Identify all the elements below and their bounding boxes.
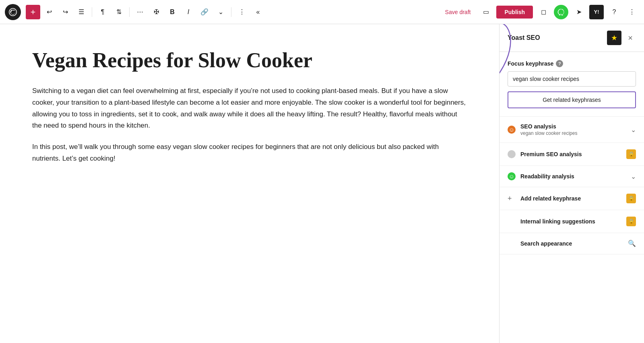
search-appearance-search-icon: 🔍: [628, 240, 636, 248]
internal-linking-text: Internal linking suggestions: [520, 218, 626, 225]
bold-button[interactable]: B: [165, 5, 180, 19]
search-appearance-text: Search appearance: [520, 240, 628, 247]
post-content[interactable]: Switching to a vegan diet can feel overw…: [32, 85, 467, 165]
paragraph-1: Switching to a vegan diet can feel overw…: [32, 85, 467, 132]
separator-2: [129, 7, 130, 17]
yoast-button[interactable]: Y!: [589, 5, 604, 19]
toolbar-right: Save draft ▭ Publish ◻ ➤ Y! ? ⋮: [440, 5, 639, 19]
annotation-container: Get related keyphrases: [508, 91, 636, 108]
search-appearance-row[interactable]: Search appearance 🔍: [500, 233, 644, 254]
main-layout: Vegan Recipes for Slow Cooker Switching …: [0, 24, 644, 343]
close-sidebar-button[interactable]: ×: [625, 32, 636, 43]
readability-label: Readability analysis: [520, 173, 631, 180]
sidebar-header-icons: ★ ×: [607, 31, 636, 45]
keyphrase-input[interactable]: [508, 71, 636, 87]
internal-linking-row[interactable]: Internal linking suggestions 🔒: [500, 210, 644, 233]
publish-button[interactable]: Publish: [496, 6, 533, 19]
premium-seo-row[interactable]: Premium SEO analysis 🔒: [500, 143, 644, 165]
premium-seo-section: Premium SEO analysis 🔒: [500, 143, 644, 166]
wp-logo[interactable]: [5, 4, 21, 20]
focus-keyphrase-section: Focus keyphrase ? Get related keyphrases: [500, 52, 644, 117]
add-keyphrase-lock-icon: 🔒: [626, 194, 636, 203]
sidebar-header: Yoast SEO ★ ×: [500, 24, 644, 52]
separator-1: [92, 7, 92, 17]
internal-linking-label: Internal linking suggestions: [520, 218, 626, 225]
share-button[interactable]: ➤: [572, 5, 586, 19]
more-rich-text-button[interactable]: ⌄: [213, 5, 228, 19]
seo-analysis-section: ☺ SEO analysis vegan slow cooker recipes…: [500, 117, 644, 143]
star-button[interactable]: ★: [607, 31, 621, 45]
add-keyphrase-section: + Add related keyphrase 🔒: [500, 187, 644, 210]
premium-seo-label: Premium SEO analysis: [520, 151, 626, 157]
seo-analysis-row[interactable]: ☺ SEO analysis vegan slow cooker recipes…: [500, 117, 644, 143]
readability-indicator: ☺: [508, 172, 516, 180]
readability-section: ☺ Readability analysis ⌄: [500, 166, 644, 187]
plus-icon: +: [508, 194, 516, 202]
paragraph-2: In this post, we’ll walk you through som…: [32, 141, 467, 165]
yoast-sidebar: Yoast SEO ★ × Focus keyphrase ?: [499, 24, 644, 343]
premium-seo-indicator: [508, 150, 516, 158]
add-block-button[interactable]: [26, 5, 40, 19]
align-button[interactable]: ⋯: [133, 5, 147, 19]
seo-analysis-text: SEO analysis vegan slow cooker recipes: [520, 123, 631, 136]
editor-area[interactable]: Vegan Recipes for Slow Cooker Switching …: [0, 24, 499, 343]
list-view-button[interactable]: ☰: [74, 5, 89, 19]
focus-keyphrase-label: Focus keyphrase ?: [508, 60, 636, 67]
get-related-keyphrases-button[interactable]: Get related keyphrases: [508, 91, 636, 108]
move-up-down-button[interactable]: ⇅: [111, 5, 126, 19]
link-button[interactable]: 🔗: [197, 5, 212, 19]
separator-3: [231, 7, 231, 17]
transform-button[interactable]: ✠: [149, 5, 163, 19]
search-appearance-label: Search appearance: [520, 240, 628, 247]
help-icon[interactable]: ?: [556, 60, 563, 67]
collapse-button[interactable]: «: [251, 5, 265, 19]
undo-button[interactable]: ↩: [42, 5, 56, 19]
save-draft-button[interactable]: Save draft: [440, 6, 476, 19]
readability-chevron-icon: ⌄: [631, 173, 636, 180]
seo-analysis-label: SEO analysis: [520, 123, 631, 130]
settings-button[interactable]: ⋮: [625, 5, 639, 19]
help-button[interactable]: ?: [607, 5, 621, 19]
premium-seo-text: Premium SEO analysis: [520, 151, 626, 157]
italic-button[interactable]: I: [181, 5, 196, 19]
readability-row[interactable]: ☺ Readability analysis ⌄: [500, 166, 644, 187]
search-appearance-section: Search appearance 🔍: [500, 233, 644, 254]
readability-text: Readability analysis: [520, 173, 631, 180]
seo-analysis-sublabel: vegan slow cooker recipes: [520, 130, 631, 136]
performance-button[interactable]: [554, 5, 568, 19]
redo-button[interactable]: ↪: [58, 5, 72, 19]
paragraph-button[interactable]: ¶: [95, 5, 110, 19]
add-keyphrase-text: Add related keyphrase: [520, 195, 626, 202]
seo-chevron-icon: ⌄: [631, 126, 636, 134]
seo-indicator: ☺: [508, 126, 516, 134]
post-title[interactable]: Vegan Recipes for Slow Cooker: [32, 48, 467, 72]
internal-linking-lock-icon: 🔒: [626, 217, 636, 226]
focus-keyphrase-text: Focus keyphrase: [508, 60, 553, 67]
more-options-button[interactable]: ⋮: [235, 5, 249, 19]
toolbar: ↩ ↪ ☰ ¶ ⇅ ⋯ ✠ B I 🔗 ⌄ ⋮ « Save draft ▭ P…: [0, 0, 644, 24]
premium-seo-lock-icon: 🔒: [626, 149, 636, 159]
sidebar-title: Yoast SEO: [508, 34, 540, 41]
add-keyphrase-row[interactable]: + Add related keyphrase 🔒: [500, 187, 644, 210]
add-keyphrase-label: Add related keyphrase: [520, 195, 626, 202]
desktop-view-button[interactable]: ▭: [479, 5, 493, 19]
internal-linking-section: Internal linking suggestions 🔒: [500, 210, 644, 233]
sidebar-toggle-button[interactable]: ◻: [536, 5, 551, 19]
